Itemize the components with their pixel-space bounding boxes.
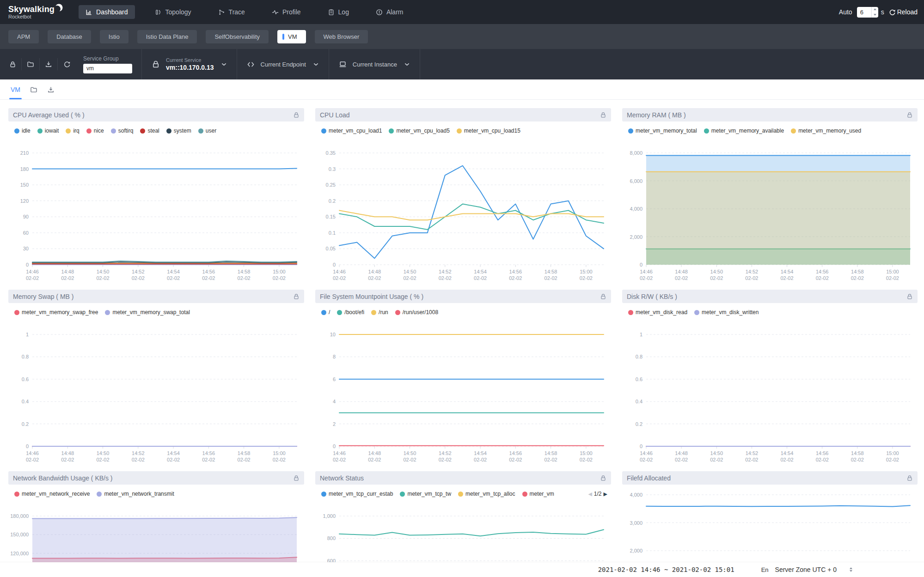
panel-lock-icon[interactable] — [600, 293, 606, 300]
refresh-templates-button[interactable] — [58, 58, 76, 70]
panel-lock-icon[interactable] — [906, 475, 913, 481]
current-endpoint-selector[interactable]: Current Endpoint — [237, 49, 329, 79]
legend-item[interactable]: /boot/efi — [337, 309, 364, 316]
panel-header: Network Status — [315, 471, 611, 485]
legend-next-icon[interactable]: ▶ — [604, 491, 607, 497]
export-template-button[interactable] — [40, 58, 58, 70]
tab-istio-data-plane[interactable]: Istio Data Plane — [137, 30, 197, 43]
menu-item-log[interactable]: Log — [321, 5, 356, 19]
decrement-icon[interactable] — [872, 12, 878, 18]
menu-item-dashboard[interactable]: Dashboard — [79, 5, 135, 19]
legend-item[interactable]: meter_vm_network_receive — [14, 491, 90, 497]
panel-title: CPU Average Used ( % ) — [13, 111, 85, 119]
legend-item[interactable]: meter_vm_tcp_tw — [400, 491, 451, 497]
tab-web-browser[interactable]: Web Browser — [315, 30, 368, 43]
svg-text:14:48: 14:48 — [368, 450, 381, 456]
legend-item[interactable]: meter_vm_disk_written — [694, 309, 759, 316]
legend-item[interactable]: meter_vm_cpu_load1 — [321, 128, 382, 134]
panel-title: Memory Swap ( MB ) — [13, 293, 73, 300]
legend-label: meter_vm_disk_written — [702, 309, 759, 316]
legend-item[interactable]: meter_vm_network_transmit — [97, 491, 174, 497]
panel-lock-icon[interactable] — [600, 112, 606, 118]
tab-apm[interactable]: APM — [8, 30, 39, 43]
legend-item[interactable]: meter_vm — [522, 491, 554, 497]
chart-legend: meter_vm_memory_swap_freemeter_vm_memory… — [14, 307, 304, 317]
panel-lock-icon[interactable] — [906, 293, 913, 300]
server-zone-spinner[interactable] — [850, 567, 852, 572]
panel-lock-icon[interactable] — [906, 112, 913, 118]
tab-istio[interactable]: Istio — [100, 30, 129, 43]
chart-canvas[interactable]: 10.80.60.40.2014:4602-0214:4802-0214:500… — [8, 318, 304, 465]
menu-item-alarm[interactable]: Alarm — [369, 5, 410, 19]
svg-text:02-02: 02-02 — [61, 275, 74, 281]
legend-item[interactable]: meter_vm_cpu_load15 — [457, 128, 520, 134]
svg-text:14:46: 14:46 — [640, 450, 653, 456]
legend-prev-icon[interactable]: ◀ — [588, 491, 592, 497]
legend-item[interactable]: meter_vm_memory_available — [704, 128, 784, 134]
legend-item[interactable]: softirq — [111, 128, 134, 134]
legend-item[interactable]: irq — [66, 128, 79, 134]
toolbar-icon-group — [4, 49, 76, 79]
tab-database[interactable]: Database — [48, 30, 91, 43]
server-zone-label: Server Zone UTC + 0 — [775, 566, 837, 573]
panel-lock-icon[interactable] — [600, 475, 606, 481]
legend-item[interactable]: system — [166, 128, 191, 134]
current-instance-selector[interactable]: Current Instance — [329, 49, 420, 79]
svg-text:02-02: 02-02 — [273, 457, 286, 462]
chevron-down-icon — [313, 61, 319, 67]
brand-logo[interactable]: Skywalking Rocketbot — [8, 5, 63, 19]
tab-label: Istio — [109, 33, 120, 40]
current-service-selector[interactable]: Current Service vm::10.170.0.13 — [142, 49, 237, 79]
chart-canvas[interactable]: 10.80.60.40.2014:4602-0214:4802-0214:500… — [622, 318, 918, 465]
reload-button[interactable]: Reload — [889, 8, 918, 16]
panel-lock-icon[interactable] — [293, 293, 300, 300]
export-page-icon[interactable] — [47, 86, 55, 93]
legend-item[interactable]: user — [198, 128, 216, 134]
chart-canvas[interactable]: 210180150120906030014:4602-0214:4802-021… — [8, 137, 304, 283]
svg-text:1: 1 — [640, 332, 643, 337]
legend-item[interactable]: nice — [86, 128, 104, 134]
zone-decrement-icon[interactable] — [850, 570, 852, 572]
legend-item[interactable]: /run — [371, 309, 388, 316]
page-tab-vm[interactable]: VM — [11, 79, 20, 99]
legend-item[interactable]: /run/user/1008 — [395, 309, 438, 316]
legend-item[interactable]: meter_vm_memory_swap_total — [105, 309, 190, 316]
chart-canvas[interactable]: 0.350.30.250.20.150.10.05014:4602-0214:4… — [315, 137, 611, 283]
legend-dot — [14, 128, 19, 134]
legend-item[interactable]: meter_vm_tcp_curr_estab — [321, 491, 393, 497]
panel-lock-icon[interactable] — [293, 475, 300, 481]
chart-grid: CPU Average Used ( % )idleiowaitirqnices… — [0, 100, 924, 577]
legend-item[interactable]: meter_vm_memory_swap_free — [14, 309, 98, 316]
tab-vm[interactable]: VM — [277, 30, 306, 43]
chart-canvas[interactable]: 8,0006,0004,0002,000014:4602-0214:4802-0… — [622, 137, 918, 283]
legend-item[interactable]: meter_vm_memory_total — [628, 128, 697, 134]
menu-item-trace[interactable]: Trace — [211, 5, 252, 19]
svg-text:0.05: 0.05 — [326, 246, 336, 251]
legend-item[interactable]: / — [321, 309, 330, 316]
legend-item[interactable]: steal — [140, 128, 159, 134]
legend-label: meter_vm_tcp_tw — [407, 491, 451, 497]
legend-item[interactable]: meter_vm_memory_used — [791, 128, 861, 134]
language-toggle[interactable]: En — [761, 566, 769, 573]
legend-item[interactable]: idle — [14, 128, 31, 134]
time-range[interactable]: 2021-02-02 14:46 ~ 2021-02-02 15:01 — [598, 566, 734, 573]
zone-increment-icon[interactable] — [850, 567, 852, 569]
legend-item[interactable]: meter_vm_cpu_load5 — [389, 128, 449, 134]
service-group-input[interactable] — [83, 64, 132, 73]
legend-item[interactable]: iowait — [37, 128, 59, 134]
panel-lock-icon[interactable] — [293, 112, 300, 118]
add-page-folder-icon[interactable] — [30, 86, 37, 93]
panel-header: CPU Average Used ( % ) — [8, 108, 304, 121]
menu-item-profile[interactable]: Profile — [265, 5, 308, 19]
legend-item[interactable]: meter_vm_tcp_alloc — [458, 491, 515, 497]
tab-selfobservability[interactable]: SelfObservability — [206, 30, 269, 43]
import-template-button[interactable] — [22, 58, 40, 70]
auto-interval-input[interactable]: 6 — [857, 7, 878, 18]
legend-item[interactable]: meter_vm_disk_read — [628, 309, 687, 316]
svg-text:02-02: 02-02 — [580, 275, 593, 281]
menu-item-topology[interactable]: Topology — [148, 5, 198, 19]
panel-header: Memory RAM ( MB ) — [622, 108, 918, 121]
chart-canvas[interactable]: 108642014:4602-0214:4802-0214:5002-0214:… — [315, 318, 611, 465]
increment-icon[interactable] — [872, 7, 878, 12]
lock-template-button[interactable] — [4, 58, 22, 70]
